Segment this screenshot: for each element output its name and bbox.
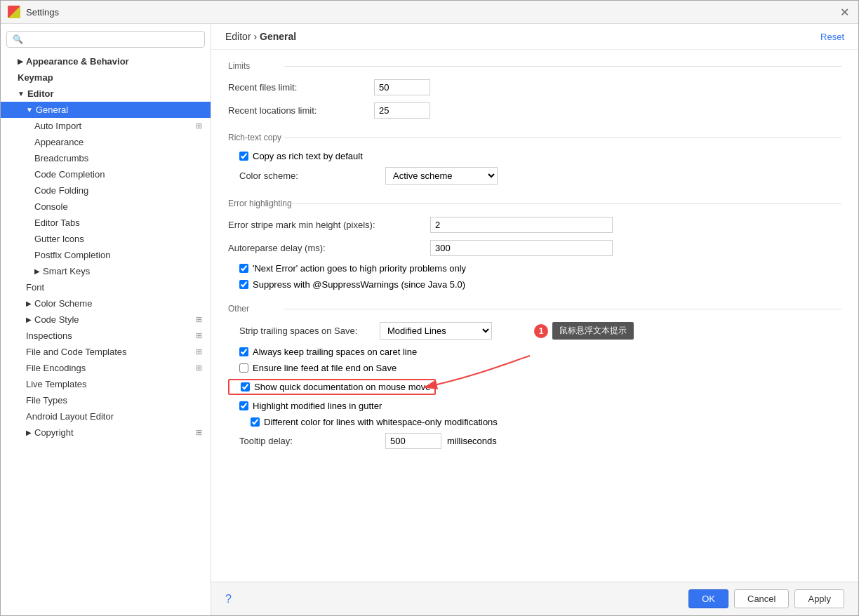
sidebar-item-postfix-completion[interactable]: Postfix Completion <box>1 247 211 263</box>
sidebar-item-label: Appearance & Behavior <box>26 56 129 67</box>
ensure-line-feed-row: Ensure line feed at file end on Save <box>228 363 841 373</box>
sidebar-item-editor[interactable]: ▼ Editor <box>1 86 211 102</box>
sidebar-item-label: Auto Import <box>34 121 81 131</box>
tooltip-text: 鼠标悬浮文本提示 <box>552 322 634 340</box>
different-color-row: Different color for lines with whitespac… <box>228 417 841 427</box>
sidebar-item-live-templates[interactable]: Live Templates <box>1 376 211 392</box>
sidebar-item-label: File Encodings <box>26 363 86 373</box>
sidebar-item-copyright[interactable]: ▶ Copyright ⊞ <box>1 424 211 441</box>
ensure-line-feed-label: Ensure line feed at file end on Save <box>253 363 397 373</box>
caret-icon: ▶ <box>18 58 23 65</box>
sidebar-item-smart-keys[interactable]: ▶ Smart Keys <box>1 263 211 279</box>
section-error-highlighting: Error highlighting Error stripe mark min… <box>228 199 841 290</box>
sidebar-item-color-scheme[interactable]: ▶ Color Scheme <box>1 295 211 312</box>
reset-button[interactable]: Reset <box>820 32 844 42</box>
cancel-button[interactable]: Cancel <box>734 589 789 608</box>
sidebar-item-android-layout-editor[interactable]: Android Layout Editor <box>1 408 211 424</box>
sidebar-item-file-types[interactable]: File Types <box>1 392 211 408</box>
sidebar: ▶ Appearance & Behavior Keymap ▼ Editor … <box>1 24 211 615</box>
sidebar-item-label: Code Completion <box>34 169 105 180</box>
sidebar-item-general[interactable]: ▼ General <box>1 102 211 118</box>
sidebar-item-inspections[interactable]: Inspections ⊞ <box>1 328 211 344</box>
sidebar-item-file-encodings[interactable]: File Encodings ⊞ <box>1 360 211 376</box>
autoreparse-input[interactable] <box>430 240 613 256</box>
recent-files-label: Recent files limit: <box>228 82 368 93</box>
apply-button[interactable]: Apply <box>794 589 844 608</box>
sidebar-item-label: Inspections <box>26 330 72 341</box>
suppress-row: Suppress with @SuppressWarnings (since J… <box>228 279 841 290</box>
sidebar-item-label: File and Code Templates <box>26 347 127 357</box>
always-keep-row: Always keep trailing spaces on caret lin… <box>228 347 841 357</box>
settings-icon: ⊞ <box>196 428 202 437</box>
section-rich-text-copy: Rich-text copy Copy as rich text by defa… <box>228 133 841 185</box>
sidebar-item-file-code-templates[interactable]: File and Code Templates ⊞ <box>1 344 211 360</box>
footer: ? OK Cancel Apply <box>211 582 858 615</box>
ok-button[interactable]: OK <box>688 589 728 608</box>
sidebar-item-label: Color Scheme <box>34 298 92 309</box>
sidebar-item-font[interactable]: Font <box>1 279 211 295</box>
sidebar-item-appearance[interactable]: Appearance <box>1 134 211 150</box>
sidebar-item-code-folding[interactable]: Code Folding <box>1 182 211 199</box>
copy-rich-text-row: Copy as rich text by default <box>228 151 841 161</box>
sidebar-item-gutter-icons[interactable]: Gutter Icons <box>1 231 211 247</box>
sidebar-item-editor-tabs[interactable]: Editor Tabs <box>1 215 211 231</box>
tooltip-delay-row: Tooltip delay: milliseconds <box>228 433 841 449</box>
recent-locations-label: Recent locations limit: <box>228 105 368 116</box>
tooltip-delay-input[interactable] <box>385 433 441 449</box>
settings-icon: ⊞ <box>196 347 202 356</box>
error-stripe-input[interactable] <box>430 217 613 233</box>
sidebar-item-appearance-behavior[interactable]: ▶ Appearance & Behavior <box>1 53 211 69</box>
tooltip-area: 1 鼠标悬浮文本提示 <box>534 322 634 340</box>
search-input[interactable] <box>6 31 205 48</box>
color-scheme-row: Color scheme: Active scheme Default Cust… <box>228 167 841 185</box>
show-quick-doc-checkbox[interactable] <box>241 382 250 391</box>
sidebar-item-code-style[interactable]: ▶ Code Style ⊞ <box>1 312 211 328</box>
help-button[interactable]: ? <box>225 593 232 605</box>
strip-trailing-select[interactable]: None All Modified Lines <box>380 322 492 340</box>
autoreparse-row: Autoreparse delay (ms): <box>228 240 841 256</box>
sidebar-item-keymap[interactable]: Keymap <box>1 69 211 86</box>
caret-icon: ▶ <box>34 267 40 275</box>
different-color-checkbox[interactable] <box>251 417 260 427</box>
color-scheme-select[interactable]: Active scheme Default Custom <box>385 167 498 185</box>
caret-icon: ▼ <box>26 106 33 114</box>
section-title-limits: Limits <box>228 61 841 71</box>
sidebar-item-breadcrumbs[interactable]: Breadcrumbs <box>1 150 211 166</box>
sidebar-item-console[interactable]: Console <box>1 199 211 215</box>
sidebar-item-label: Gutter Icons <box>34 234 84 244</box>
content-area: Editor › General Reset Limits Recent fil… <box>211 24 858 615</box>
section-title-rich-text: Rich-text copy <box>228 133 841 142</box>
always-keep-checkbox[interactable] <box>239 347 248 356</box>
sidebar-item-label: Postfix Completion <box>34 250 110 260</box>
tooltip-delay-label: Tooltip delay: <box>239 436 380 446</box>
highlight-modified-row: Highlight modified lines in gutter <box>228 401 841 411</box>
copy-rich-text-checkbox[interactable] <box>239 152 248 161</box>
strip-trailing-container: Strip trailing spaces on Save: None All … <box>228 322 841 340</box>
breadcrumb-current: General <box>260 31 296 42</box>
show-quick-doc-highlighted-row: Show quick documentation on mouse move <box>228 379 436 395</box>
breadcrumb: Editor › General <box>225 31 296 42</box>
highlight-modified-checkbox[interactable] <box>239 401 248 410</box>
recent-files-input[interactable] <box>374 79 430 95</box>
main-body: ▶ Appearance & Behavior Keymap ▼ Editor … <box>1 24 858 615</box>
next-error-checkbox[interactable] <box>239 264 248 273</box>
sidebar-item-auto-import[interactable]: Auto Import ⊞ <box>1 118 211 134</box>
sidebar-item-code-completion[interactable]: Code Completion <box>1 166 211 182</box>
caret-icon: ▼ <box>18 90 25 98</box>
tooltip-badge-number: 1 <box>534 324 548 338</box>
content-header: Editor › General Reset <box>211 24 858 50</box>
close-button[interactable]: ✕ <box>837 5 851 19</box>
ensure-line-feed-checkbox[interactable] <box>239 363 248 373</box>
suppress-checkbox[interactable] <box>239 280 248 289</box>
sidebar-item-label: Editor Tabs <box>34 217 80 228</box>
content-scroll: Limits Recent files limit: Recent locati… <box>211 50 858 582</box>
breadcrumb-parent: Editor <box>225 31 251 42</box>
sidebar-item-label: Font <box>26 282 44 293</box>
sidebar-item-label: Keymap <box>18 72 53 83</box>
settings-window: Settings ✕ ▶ Appearance & Behavior Keyma… <box>0 0 859 616</box>
error-stripe-label: Error stripe mark min height (pixels): <box>228 220 425 230</box>
recent-locations-input[interactable] <box>374 102 430 119</box>
next-error-row: 'Next Error' action goes to high priorit… <box>228 263 841 274</box>
section-other: Other Strip trailing spaces on Save: Non… <box>228 304 841 449</box>
suppress-label: Suppress with @SuppressWarnings (since J… <box>253 279 465 290</box>
